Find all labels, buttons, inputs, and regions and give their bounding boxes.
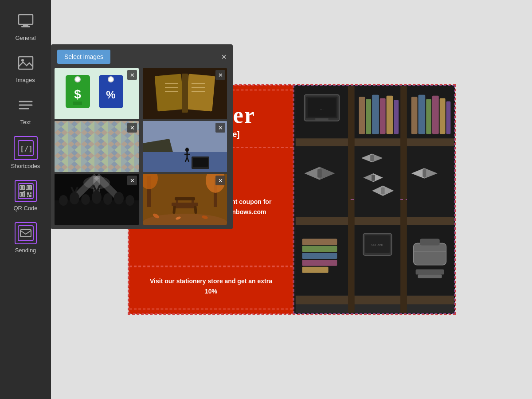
sidebar-item-label: QR Code (13, 205, 37, 211)
svg-rect-37 (182, 74, 188, 113)
remove-image-4[interactable]: ✕ (215, 123, 225, 133)
svg-text:...: ... (320, 106, 324, 111)
image-slot-4[interactable]: ✕ (143, 121, 227, 172)
svg-rect-149 (414, 243, 446, 265)
svg-point-70 (103, 193, 112, 205)
svg-rect-141 (302, 253, 337, 259)
sidebar-item-sending[interactable]: Sending (0, 217, 51, 259)
svg-rect-22 (26, 189, 27, 190)
sidebar-item-label: Text (20, 119, 31, 125)
text-icon (15, 94, 37, 116)
svg-rect-95 (296, 217, 454, 225)
image-icon (15, 52, 37, 74)
svg-rect-113 (411, 97, 418, 134)
sidebar: General Images Text [/] (0, 0, 51, 399)
svg-text:[/]: [/] (20, 145, 33, 153)
svg-rect-19 (27, 196, 28, 197)
svg-rect-150 (420, 239, 440, 246)
svg-point-53 (185, 148, 189, 152)
svg-rect-25 (20, 230, 31, 237)
svg-rect-0 (19, 15, 33, 24)
svg-point-72 (125, 195, 134, 206)
svg-rect-139 (302, 239, 337, 245)
remove-image-3[interactable]: ✕ (127, 123, 137, 133)
svg-point-68 (81, 194, 90, 205)
svg-point-66 (59, 195, 68, 206)
svg-rect-117 (440, 98, 446, 134)
svg-point-28 (75, 77, 80, 82)
svg-rect-114 (419, 95, 426, 134)
svg-rect-52 (143, 152, 227, 172)
image-grid: ✕ $ % ✕ (51, 68, 233, 225)
image-slot-6[interactable]: ✕ (143, 174, 227, 225)
image-select-popup: Select images × ✕ $ % ✕ (51, 44, 233, 229)
voucher-right-panel: ... (293, 85, 454, 314)
popup-header: Select images × (51, 44, 233, 68)
sidebar-item-qrcode[interactable]: QR Code (0, 175, 51, 217)
svg-rect-21 (23, 189, 25, 190)
image-slot-1[interactable]: ✕ $ % (55, 68, 139, 119)
svg-rect-116 (432, 96, 439, 134)
svg-rect-106 (359, 97, 365, 134)
image-slot-2[interactable]: ✕ (143, 68, 227, 119)
sidebar-item-label: Sending (15, 247, 36, 254)
monitor-icon (15, 10, 37, 32)
svg-rect-153 (418, 274, 442, 278)
svg-rect-94 (296, 138, 454, 146)
svg-rect-48 (55, 121, 139, 172)
sidebar-item-general[interactable]: General (0, 4, 51, 47)
svg-rect-17 (27, 192, 29, 195)
sidebar-item-label: Shortcodes (11, 163, 40, 169)
svg-rect-1 (23, 24, 28, 26)
voucher-extra-section: Visit our stationery store and get an ex… (129, 266, 293, 305)
svg-rect-127 (371, 155, 374, 161)
svg-rect-96 (296, 296, 454, 305)
svg-rect-115 (426, 99, 432, 134)
svg-rect-16 (21, 193, 23, 196)
svg-rect-2 (21, 26, 30, 27)
remove-image-5[interactable]: ✕ (127, 176, 137, 185)
popup-close-button[interactable]: × (221, 52, 227, 61)
sidebar-item-shortcodes[interactable]: [/] Shortcodes (0, 131, 51, 175)
svg-rect-109 (380, 98, 386, 134)
svg-rect-3 (19, 57, 33, 69)
svg-rect-59 (193, 158, 208, 167)
image-slot-5[interactable]: ✕ (55, 174, 139, 225)
svg-rect-23 (23, 191, 25, 192)
remove-image-2[interactable]: ✕ (215, 70, 225, 80)
sidebar-item-label: Images (16, 77, 35, 83)
email-icon (15, 222, 37, 244)
sidebar-item-label: General (15, 35, 35, 41)
image-slot-3[interactable]: ✕ (55, 121, 139, 172)
svg-rect-14 (28, 186, 31, 189)
svg-rect-123 (318, 169, 322, 178)
remove-image-6[interactable]: ✕ (215, 176, 225, 185)
svg-rect-18 (30, 192, 31, 194)
svg-rect-30 (73, 102, 82, 105)
svg-text:screen: screen (372, 243, 383, 247)
svg-rect-133 (372, 175, 376, 181)
remove-image-1[interactable]: ✕ (127, 70, 137, 80)
svg-rect-108 (372, 95, 379, 134)
svg-rect-143 (302, 267, 329, 273)
sidebar-item-images[interactable]: Images (0, 47, 51, 89)
voucher-extra-offer: Visit our stationery store and get an ex… (150, 276, 272, 296)
svg-rect-102 (316, 118, 329, 121)
svg-rect-20 (29, 195, 31, 197)
svg-rect-140 (302, 246, 337, 252)
shortcodes-icon: [/] (14, 136, 38, 160)
svg-rect-152 (416, 270, 444, 275)
svg-rect-107 (366, 99, 372, 134)
select-images-button[interactable]: Select images (57, 50, 110, 64)
svg-rect-142 (302, 260, 337, 266)
svg-rect-92 (175, 197, 195, 200)
svg-rect-12 (21, 186, 23, 189)
svg-point-4 (21, 59, 24, 62)
svg-rect-130 (381, 187, 385, 194)
svg-rect-35 (155, 74, 184, 112)
svg-rect-110 (387, 96, 393, 134)
svg-rect-111 (394, 100, 399, 134)
sidebar-item-text[interactable]: Text (0, 89, 51, 131)
svg-rect-120 (296, 146, 348, 217)
svg-rect-87 (174, 206, 196, 208)
